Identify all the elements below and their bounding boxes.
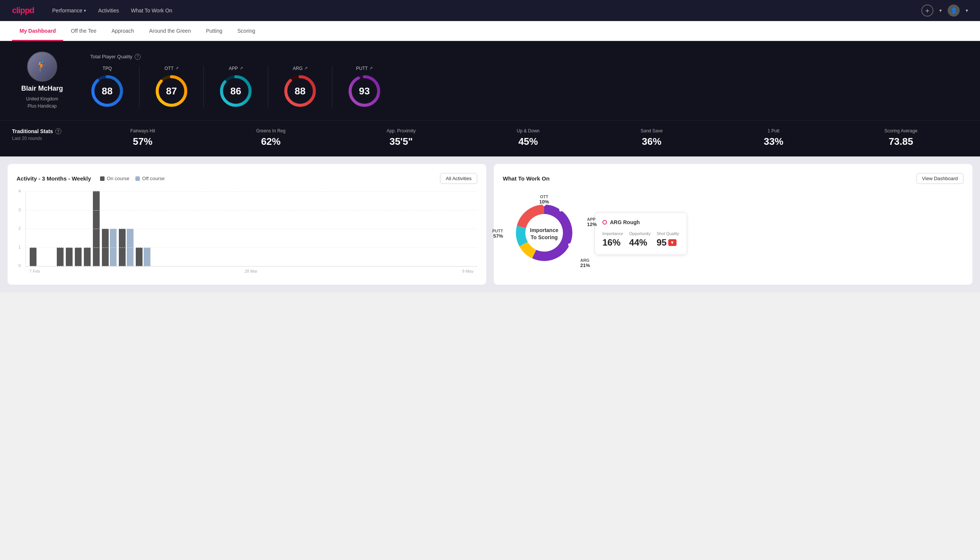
- bar-off-9: [127, 229, 133, 266]
- legend-off-course: Off course: [135, 176, 165, 181]
- bar-group-9: [119, 229, 133, 266]
- donut-chart-wrapper: ImportanceTo Scoring PUTT 57% OTT 10% AP…: [503, 192, 586, 276]
- tab-off-the-tee[interactable]: Off the Tee: [63, 21, 104, 41]
- activity-chart-title: Activity - 3 Months - Weekly: [17, 175, 91, 182]
- off-course-dot: [135, 177, 140, 181]
- avatar-image: 🏌️: [36, 60, 49, 73]
- shot-quality-value: 95 ▼: [657, 237, 679, 248]
- shot-quality-label: Shot Quality: [657, 231, 679, 236]
- nav-activities[interactable]: Activities: [98, 6, 119, 15]
- user-avatar[interactable]: 👤: [948, 5, 960, 17]
- bar-on-4: [66, 247, 73, 266]
- all-activities-button[interactable]: All Activities: [440, 173, 477, 184]
- player-name: Blair McHarg: [21, 85, 63, 93]
- activity-panel-header: Activity - 3 Months - Weekly On course O…: [17, 173, 477, 184]
- donut-connector-dot: [559, 209, 562, 212]
- score-label-app: APP↗: [229, 66, 243, 71]
- ring-value-ott: 87: [166, 85, 177, 97]
- x-label-7-Feb: 7 Feb: [29, 269, 40, 273]
- ring-value-arg: 88: [295, 85, 306, 97]
- score-card-arg: ARG↗ 88: [268, 66, 333, 108]
- donut-label-arg: ARG 21%: [580, 258, 590, 268]
- view-dashboard-button[interactable]: View Dashboard: [917, 173, 963, 184]
- what-to-work-on-panel: What To Work On View Dashboard Importanc…: [494, 164, 972, 285]
- stat-greens-in-reg: Greens In Reg 62%: [256, 128, 285, 147]
- bar-on-10: [136, 247, 143, 266]
- add-chevron[interactable]: ▾: [939, 8, 942, 13]
- opportunity-value: 44%: [629, 237, 651, 248]
- tab-approach[interactable]: Approach: [104, 21, 141, 41]
- avatar-chevron[interactable]: ▾: [966, 8, 968, 13]
- top-navigation: clippd Performance ▾ Activities What To …: [0, 0, 980, 21]
- donut-label-app: APP 12%: [587, 217, 597, 227]
- score-label-ott: OTT↗: [165, 66, 179, 71]
- bar-group-6: [84, 247, 91, 266]
- avatar-icon: 👤: [951, 8, 957, 13]
- bar-group-5: [75, 247, 82, 266]
- donut-label-ott: OTT 10%: [539, 195, 549, 205]
- score-card-ott: OTT↗ 87: [140, 66, 204, 108]
- help-icon[interactable]: ?: [135, 54, 141, 60]
- bar-on-8: [102, 229, 109, 266]
- donut-segment-arg: [517, 205, 544, 228]
- down-badge: ▼: [668, 239, 677, 246]
- what-to-work-content: ImportanceTo Scoring PUTT 57% OTT 10% AP…: [503, 192, 963, 276]
- tab-my-dashboard[interactable]: My Dashboard: [12, 21, 63, 41]
- score-ring-tpq: 88: [90, 74, 124, 108]
- bar-group-0: [30, 247, 37, 266]
- bar-on-0: [30, 247, 37, 266]
- stats-subtitle: Last 20 rounds: [12, 136, 80, 141]
- score-card-tpq: TPQ 88: [90, 66, 140, 108]
- stats-label-group: Traditional Stats ? Last 20 rounds: [12, 128, 80, 141]
- bar-group-8: [102, 229, 116, 266]
- score-ring-arg: 88: [283, 74, 317, 108]
- tab-scoring[interactable]: Scoring: [230, 21, 263, 41]
- bar-off-10: [144, 247, 150, 266]
- ring-value-tpq: 88: [102, 85, 113, 97]
- stats-help-icon[interactable]: ?: [55, 128, 61, 134]
- ring-value-putt: 93: [359, 85, 370, 97]
- tpq-label: Total Player Quality ?: [90, 54, 968, 60]
- activity-panel: Activity - 3 Months - Weekly On course O…: [8, 164, 486, 285]
- donut-connector-dot: [568, 243, 571, 246]
- stat-up-&-down: Up & Down 45%: [517, 128, 540, 147]
- tab-around-the-green[interactable]: Around the Green: [141, 21, 198, 41]
- nav-what-to-work-on[interactable]: What To Work On: [131, 6, 172, 15]
- stats-bar: Traditional Stats ? Last 20 rounds Fairw…: [0, 120, 980, 157]
- stat-scoring-average: Scoring Average 73.85: [885, 128, 918, 147]
- chart-legend: On course Off course: [100, 176, 165, 181]
- tab-bar: My Dashboard Off the Tee Approach Around…: [0, 21, 980, 41]
- hero-section: 🏌️ Blair McHarg United Kingdom Plus Hand…: [0, 41, 980, 120]
- bar-group-4: [66, 247, 73, 266]
- x-label-9-May: 9 May: [462, 269, 473, 273]
- bottom-panels: Activity - 3 Months - Weekly On course O…: [0, 157, 980, 292]
- on-course-dot: [100, 177, 105, 181]
- bars-container: [26, 192, 477, 266]
- player-info: 🏌️ Blair McHarg United Kingdom Plus Hand…: [12, 52, 72, 110]
- bar-on-5: [75, 247, 82, 266]
- bar-chart-area: 43210: [26, 192, 477, 267]
- donut-label-putt: PUTT 57%: [492, 229, 503, 239]
- bar-on-9: [119, 229, 126, 266]
- add-button[interactable]: ＋: [921, 5, 933, 17]
- score-card-putt: PUTT↗ 93: [333, 66, 396, 108]
- player-country: United Kingdom Plus Handicap: [26, 95, 58, 110]
- what-to-work-title: What To Work On: [503, 175, 549, 182]
- bar-on-3: [57, 247, 63, 266]
- tab-putting[interactable]: Putting: [198, 21, 230, 41]
- what-to-work-header: What To Work On View Dashboard: [503, 173, 963, 184]
- ring-value-app: 86: [231, 85, 241, 97]
- info-card-dot: [602, 220, 607, 225]
- score-ring-ott: 87: [155, 74, 188, 108]
- x-axis-labels: 7 Feb28 Mar9 May: [26, 267, 477, 273]
- chevron-down-icon: ▾: [84, 8, 86, 13]
- bar-group-7: [93, 191, 100, 266]
- app-logo: clippd: [12, 6, 34, 15]
- score-ring-putt: 93: [348, 74, 381, 108]
- stats-items: Fairways Hit 57% Greens In Reg 62% App. …: [80, 128, 968, 147]
- info-card-title: ARG Rough: [602, 219, 679, 225]
- nav-performance[interactable]: Performance ▾: [52, 6, 86, 15]
- info-card-stats: Importance 16% Opportunity 44% Shot Qual…: [602, 231, 679, 248]
- bar-off-8: [110, 229, 116, 266]
- bar-group-10: [136, 247, 150, 266]
